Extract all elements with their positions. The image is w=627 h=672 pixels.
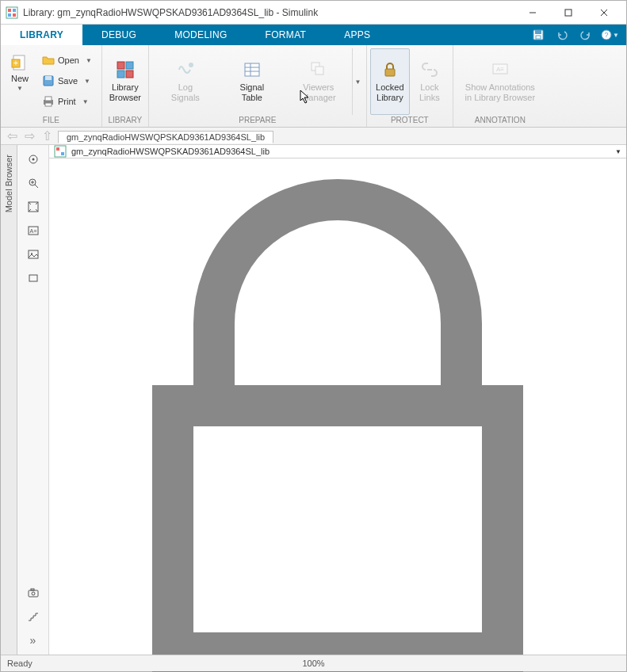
canvas-footer	[49, 158, 626, 672]
folder-open-icon	[42, 54, 55, 67]
svg-rect-24	[117, 71, 124, 78]
qat-help-icon[interactable]: ?▼	[599, 26, 620, 44]
canvas-tab-icon	[54, 145, 67, 158]
chevron-down-icon: ▼	[82, 98, 89, 105]
svg-rect-3	[8, 13, 11, 17]
qat-save-icon[interactable]	[528, 26, 549, 44]
palette-zoom-icon[interactable]	[22, 174, 44, 193]
svg-rect-47	[29, 275, 37, 281]
tab-format[interactable]: FORMAT	[247, 25, 326, 45]
model-browser-dock[interactable]: Model Browser	[1, 145, 17, 655]
svg-line-39	[35, 185, 38, 188]
svg-text:+: +	[13, 59, 18, 67]
svg-rect-21	[45, 103, 52, 106]
svg-rect-20	[45, 97, 52, 101]
svg-point-26	[189, 63, 193, 67]
signal-table-button[interactable]: Signal Table	[219, 48, 285, 115]
new-button[interactable]: + New ▼	[4, 48, 36, 115]
chevron-down-icon: ▼	[17, 85, 23, 92]
canvas-tabbar: gm_zynqRadioHWSWQPSKAD9361AD9364SL_lib ▼	[49, 145, 626, 158]
svg-point-49	[32, 592, 35, 595]
close-button[interactable]	[586, 1, 621, 24]
prepare-dropdown[interactable]: ▼	[352, 48, 363, 115]
annotation-icon: A≡	[491, 60, 510, 79]
svg-rect-48	[29, 590, 38, 597]
svg-rect-53	[61, 152, 64, 155]
svg-rect-4	[13, 13, 16, 17]
library-browser-button[interactable]: Library Browser	[105, 48, 145, 115]
status-zoom[interactable]: 100%	[212, 659, 416, 668]
lock-links-button: Lock Links	[410, 48, 449, 115]
statusbar: Ready 100%	[1, 655, 626, 671]
svg-rect-27	[245, 63, 259, 76]
ribbon-group-protect: Locked Library Lock Links PROTECT	[367, 45, 453, 127]
svg-text:A≡: A≡	[496, 66, 504, 73]
svg-rect-50	[31, 589, 34, 590]
svg-rect-6	[565, 10, 572, 16]
ribbon-tabstrip: LIBRARY DEBUG MODELING FORMAT APPS ?▼	[1, 25, 626, 45]
new-icon: +	[10, 53, 29, 72]
qat-redo-icon[interactable]	[575, 26, 596, 44]
canvas-tab-dropdown[interactable]: ▼	[615, 148, 621, 155]
svg-rect-32	[315, 67, 323, 74]
palette-annotation-icon[interactable]: A≡	[22, 221, 44, 240]
chevron-down-icon: ▼	[84, 78, 90, 85]
ribbon-group-library: Library Browser LIBRARY	[102, 45, 149, 127]
svg-rect-1	[8, 9, 11, 12]
model-browser-label: Model Browser	[4, 151, 13, 216]
tab-apps[interactable]: APPS	[325, 25, 389, 45]
ribbon-group-file: + New ▼ Open▼ Save▼ Print▼ FILE	[1, 45, 102, 127]
print-button[interactable]: Print▼	[39, 91, 95, 112]
tab-modeling[interactable]: MODELING	[155, 25, 246, 45]
ribbon-group-prepare: Log Signals Signal Table Viewers Manager…	[149, 45, 367, 127]
log-signals-button: Log Signals	[152, 48, 219, 115]
canvas-tab-name[interactable]: gm_zynqRadioHWSWQPSKAD9361AD9364SL_lib	[71, 147, 615, 156]
svg-rect-10	[535, 30, 541, 34]
svg-rect-52	[56, 147, 59, 151]
maximize-button[interactable]	[550, 1, 586, 24]
titlebar: Library: gm_zynqRadioHWSWQPSKAD9361AD936…	[1, 1, 626, 25]
save-button[interactable]: Save▼	[39, 71, 95, 91]
breadcrumb-bar: ⇦ ⇨ ⇧ gm_zynqRadioHWSWQPSKAD9361AD9364SL…	[1, 128, 626, 145]
svg-rect-18	[45, 76, 52, 80]
link-icon	[420, 60, 439, 79]
app-icon	[6, 6, 18, 19]
svg-rect-2	[13, 9, 16, 12]
palette-fit-icon[interactable]	[22, 197, 44, 216]
open-button[interactable]: Open▼	[39, 50, 95, 71]
svg-rect-22	[117, 62, 124, 69]
palette-expand-icon[interactable]: »	[22, 631, 44, 650]
palette-block-icon[interactable]	[22, 269, 44, 288]
svg-rect-25	[126, 71, 133, 78]
svg-rect-33	[385, 69, 395, 76]
app-window: Library: gm_zynqRadioHWSWQPSKAD9361AD936…	[0, 0, 627, 672]
library-browser-icon	[116, 60, 135, 79]
ribbon: + New ▼ Open▼ Save▼ Print▼ FILE Library …	[1, 45, 626, 128]
nav-back-icon[interactable]: ⇦	[6, 130, 18, 143]
minimize-button[interactable]	[514, 1, 550, 24]
viewers-manager-button: Viewers Manager	[285, 48, 352, 115]
svg-point-37	[32, 158, 34, 161]
svg-rect-23	[126, 62, 133, 69]
palette-image-icon[interactable]	[22, 245, 44, 264]
tab-library[interactable]: LIBRARY	[1, 25, 82, 45]
nav-forward-icon[interactable]: ⇨	[23, 130, 36, 143]
chevron-down-icon: ▼	[86, 57, 92, 64]
log-signals-icon	[176, 60, 195, 79]
locked-library-button[interactable]: Locked Library	[370, 48, 410, 115]
lock-icon	[380, 60, 400, 79]
svg-text:?: ?	[605, 31, 609, 39]
print-icon	[42, 95, 55, 108]
palette-camera-icon[interactable]	[22, 583, 44, 602]
palette-steps-icon[interactable]	[22, 607, 44, 626]
status-ready: Ready	[7, 659, 212, 668]
tab-debug[interactable]: DEBUG	[82, 25, 155, 45]
nav-up-icon[interactable]: ⇧	[40, 130, 53, 143]
show-annotations-button: A≡ Show Annotations in Library Browser	[457, 48, 544, 115]
signal-table-icon	[243, 60, 262, 79]
qat-undo-icon[interactable]	[552, 26, 572, 44]
palette-target-icon[interactable]	[22, 150, 44, 169]
breadcrumb-path[interactable]: gm_zynqRadioHWSWQPSKAD9361AD9364SL_lib	[58, 131, 273, 143]
svg-rect-54	[173, 406, 503, 653]
svg-text:A≡: A≡	[29, 228, 36, 234]
